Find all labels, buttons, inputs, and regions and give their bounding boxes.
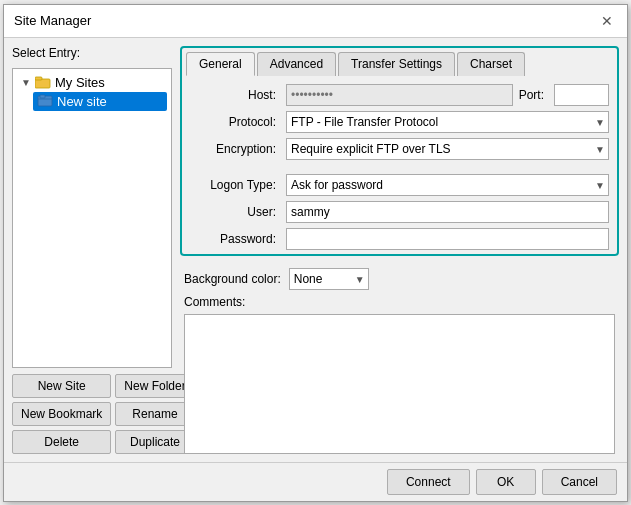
bg-color-label: Background color: bbox=[184, 272, 281, 286]
password-input[interactable] bbox=[286, 228, 609, 250]
svg-rect-1 bbox=[35, 77, 42, 80]
tree-child-label: New site bbox=[57, 94, 107, 109]
port-label: Port: bbox=[519, 88, 548, 102]
cancel-button[interactable]: Cancel bbox=[542, 469, 617, 495]
right-panel: General Advanced Transfer Settings Chars… bbox=[180, 46, 619, 454]
host-label: Host: bbox=[190, 88, 280, 102]
folder-icon bbox=[35, 75, 51, 89]
user-label: User: bbox=[190, 205, 280, 219]
tab-advanced[interactable]: Advanced bbox=[257, 52, 336, 76]
encryption-select-wrapper: Require explicit FTP over TLS Only use p… bbox=[286, 138, 609, 160]
comments-label: Comments: bbox=[184, 295, 615, 309]
bg-color-select[interactable]: None Red Green Blue bbox=[289, 268, 369, 290]
connect-button[interactable]: Connect bbox=[387, 469, 470, 495]
title-bar: Site Manager ✕ bbox=[4, 5, 627, 38]
general-form: Host: Port: Protocol: FTP - File Transfe… bbox=[186, 84, 613, 250]
bg-color-row: Background color: None Red Green Blue ▼ bbox=[184, 268, 615, 290]
left-panel: Select Entry: ▼ My Sites bbox=[12, 46, 172, 454]
close-button[interactable]: ✕ bbox=[597, 11, 617, 31]
spacer bbox=[190, 165, 280, 169]
dialog-body: Select Entry: ▼ My Sites bbox=[4, 38, 627, 462]
protocol-select-wrapper: FTP - File Transfer Protocol SFTP - SSH … bbox=[286, 111, 609, 133]
tree-expand-icon: ▼ bbox=[21, 77, 31, 88]
tab-bar: General Advanced Transfer Settings Chars… bbox=[186, 52, 613, 76]
site-icon bbox=[37, 94, 53, 108]
password-label: Password: bbox=[190, 232, 280, 246]
svg-rect-4 bbox=[40, 95, 45, 98]
tree-root-label: My Sites bbox=[55, 75, 105, 90]
tab-general[interactable]: General bbox=[186, 52, 255, 76]
comments-textarea[interactable] bbox=[184, 314, 615, 454]
tree-view: ▼ My Sites bbox=[12, 68, 172, 368]
user-input[interactable] bbox=[286, 201, 609, 223]
protocol-select[interactable]: FTP - File Transfer Protocol SFTP - SSH … bbox=[286, 111, 609, 133]
spacer2 bbox=[286, 165, 609, 169]
dialog-footer: Connect OK Cancel bbox=[4, 462, 627, 501]
dialog-title: Site Manager bbox=[14, 13, 91, 28]
extra-section: Background color: None Red Green Blue ▼ … bbox=[180, 262, 619, 454]
site-manager-dialog: Site Manager ✕ Select Entry: ▼ My Sites bbox=[3, 4, 628, 502]
tab-charset[interactable]: Charset bbox=[457, 52, 525, 76]
tree-item-new-site[interactable]: New site bbox=[33, 92, 167, 111]
tree-item-root[interactable]: ▼ My Sites bbox=[17, 73, 167, 92]
host-input[interactable] bbox=[286, 84, 513, 106]
ok-button[interactable]: OK bbox=[476, 469, 536, 495]
logon-type-select[interactable]: Ask for password Normal Anonymous Intera… bbox=[286, 174, 609, 196]
logon-type-select-wrapper: Ask for password Normal Anonymous Intera… bbox=[286, 174, 609, 196]
protocol-label: Protocol: bbox=[190, 115, 280, 129]
encryption-label: Encryption: bbox=[190, 142, 280, 156]
logon-type-label: Logon Type: bbox=[190, 178, 280, 192]
host-row: Port: bbox=[286, 84, 609, 106]
bg-color-select-wrapper: None Red Green Blue ▼ bbox=[289, 268, 369, 290]
port-input[interactable] bbox=[554, 84, 609, 106]
new-bookmark-button[interactable]: New Bookmark bbox=[12, 402, 111, 426]
select-entry-label: Select Entry: bbox=[12, 46, 172, 60]
delete-button[interactable]: Delete bbox=[12, 430, 111, 454]
new-site-button[interactable]: New Site bbox=[12, 374, 111, 398]
tab-transfer-settings[interactable]: Transfer Settings bbox=[338, 52, 455, 76]
encryption-select[interactable]: Require explicit FTP over TLS Only use p… bbox=[286, 138, 609, 160]
tabbed-area: General Advanced Transfer Settings Chars… bbox=[180, 46, 619, 256]
left-buttons: New Site New Folder New Bookmark Rename … bbox=[12, 374, 172, 454]
